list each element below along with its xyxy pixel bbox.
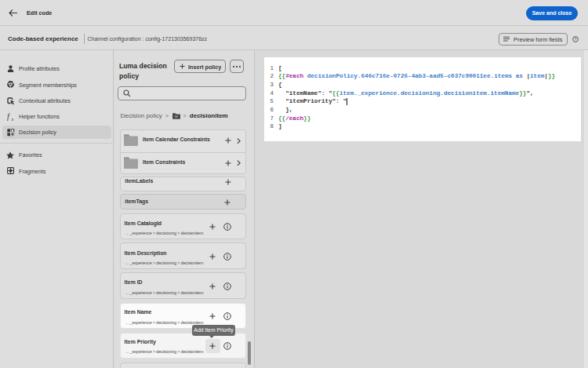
svg-text:f: f [7, 112, 10, 121]
svg-text:?: ? [575, 37, 577, 42]
svg-text:x: x [10, 115, 13, 121]
